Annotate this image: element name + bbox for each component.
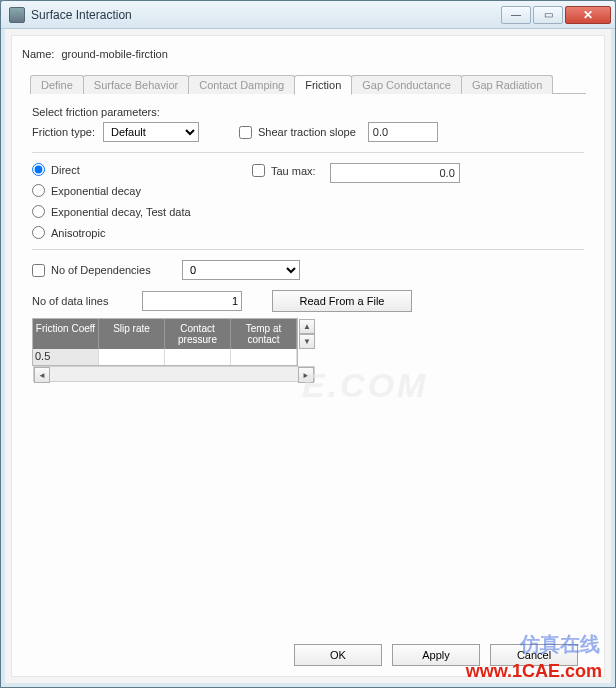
window-title: Surface Interaction <box>31 8 501 22</box>
radio-direct[interactable]: Direct <box>32 163 252 176</box>
tab-friction[interactable]: Friction <box>294 75 352 95</box>
radio-direct-input[interactable] <box>32 163 45 176</box>
shear-slope-checkbox[interactable]: Shear traction slope <box>239 126 356 139</box>
taumax-label: Tau max: <box>271 165 316 177</box>
minimize-button[interactable]: — <box>501 6 531 24</box>
radio-exp-decay[interactable]: Exponential decay <box>32 184 252 197</box>
maximize-button[interactable]: ▭ <box>533 6 563 24</box>
scroll-up-icon[interactable]: ▲ <box>299 319 315 334</box>
dependencies-select[interactable]: 0 <box>182 260 300 280</box>
friction-type-label: Friction type: <box>32 126 95 138</box>
name-label: Name: <box>22 48 54 60</box>
tab-surface-behavior[interactable]: Surface Behavior <box>83 75 189 94</box>
friction-type-select[interactable]: Default <box>103 122 199 142</box>
table-hscroll[interactable]: ◄ ► <box>33 366 315 382</box>
taumax-checkbox[interactable]: Tau max: <box>252 164 316 177</box>
cell-temp-contact[interactable] <box>231 349 297 365</box>
tabstrip: Define Surface Behavior Contact Damping … <box>12 72 604 94</box>
shear-slope-label: Shear traction slope <box>258 126 356 138</box>
shear-slope-check-input[interactable] <box>239 126 252 139</box>
separator-1 <box>32 152 584 153</box>
data-lines-label: No of data lines <box>32 295 142 307</box>
cancel-button[interactable]: Cancel <box>490 644 578 666</box>
scroll-right-icon[interactable]: ► <box>298 367 314 383</box>
tab-define[interactable]: Define <box>30 75 84 94</box>
cell-slip-rate[interactable] <box>99 349 165 365</box>
close-button[interactable]: ✕ <box>565 6 611 24</box>
dialog-body: Name: ground-mobile-firction Define Surf… <box>11 35 605 677</box>
titlebar[interactable]: Surface Interaction — ▭ ✕ <box>1 1 615 29</box>
read-from-file-button[interactable]: Read From a File <box>272 290 412 312</box>
col-slip-rate: Slip rate <box>99 319 165 349</box>
ok-button[interactable]: OK <box>294 644 382 666</box>
tab-gap-radiation[interactable]: Gap Radiation <box>461 75 553 94</box>
name-value: ground-mobile-firction <box>61 48 167 60</box>
cell-contact-pressure[interactable] <box>165 349 231 365</box>
taumax-value[interactable]: 0.0 <box>330 163 460 183</box>
separator-2 <box>32 249 584 250</box>
col-friction-coeff: Friction Coeff <box>33 319 99 349</box>
tab-gap-conductance[interactable]: Gap Conductance <box>351 75 462 94</box>
cell-friction-coeff[interactable]: 0.5 <box>33 349 99 365</box>
radio-exp-decay-input[interactable] <box>32 184 45 197</box>
tab-panel-friction: Select friction parameters: Friction typ… <box>30 94 586 382</box>
scroll-left-icon[interactable]: ◄ <box>34 367 50 383</box>
dependencies-label: No of Dependencies <box>51 264 151 276</box>
friction-table[interactable]: Friction Coeff Slip rate Contact pressur… <box>32 318 298 366</box>
app-icon <box>9 7 25 23</box>
radio-anisotropic-input[interactable] <box>32 226 45 239</box>
data-lines-input[interactable] <box>142 291 242 311</box>
col-contact-pressure: Contact pressure <box>165 319 231 349</box>
col-temp-contact: Temp at contact <box>231 319 297 349</box>
table-vscroll[interactable]: ▲ ▼ <box>299 319 315 349</box>
shear-slope-value[interactable]: 0.0 <box>368 122 438 142</box>
radio-exp-decay-test-input[interactable] <box>32 205 45 218</box>
radio-exp-decay-test[interactable]: Exponential decay, Test data <box>32 205 252 218</box>
window-frame: Surface Interaction — ▭ ✕ Name: ground-m… <box>0 0 616 688</box>
scroll-down-icon[interactable]: ▼ <box>299 334 315 349</box>
table-row[interactable]: 0.5 <box>33 349 297 365</box>
select-friction-label: Select friction parameters: <box>32 106 160 118</box>
dependencies-check-input[interactable] <box>32 264 45 277</box>
tab-contact-damping[interactable]: Contact Damping <box>188 75 295 94</box>
client-area: Name: ground-mobile-firction Define Surf… <box>1 29 615 687</box>
dependencies-checkbox[interactable]: No of Dependencies <box>32 264 182 277</box>
taumax-check-input[interactable] <box>252 164 265 177</box>
radio-anisotropic[interactable]: Anisotropic <box>32 226 252 239</box>
apply-button[interactable]: Apply <box>392 644 480 666</box>
